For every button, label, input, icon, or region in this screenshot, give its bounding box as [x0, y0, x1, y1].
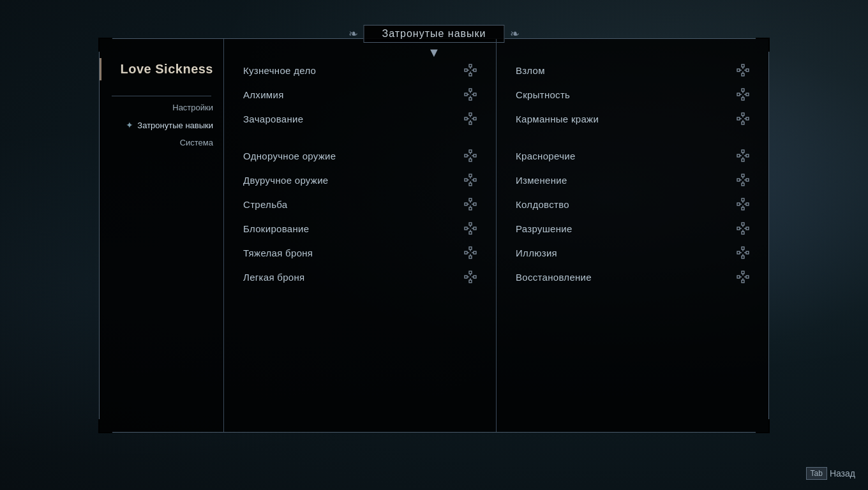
sidebar-settings-label: Настройки	[172, 103, 213, 112]
svg-rect-129	[737, 251, 740, 254]
skill-lockpicking-label: Взлом	[516, 65, 545, 76]
svg-rect-74	[746, 69, 749, 71]
svg-rect-88	[742, 113, 744, 115]
svg-rect-40	[469, 198, 472, 201]
svg-rect-3	[469, 73, 472, 76]
svg-rect-51	[469, 232, 472, 234]
skill-row-one-handed[interactable]: Одноручное оружие	[237, 144, 483, 168]
svg-rect-49	[465, 227, 467, 230]
svg-rect-64	[469, 271, 472, 274]
svg-rect-137	[737, 276, 740, 278]
skill-row-speech[interactable]: Красноречие	[509, 144, 756, 168]
skill-row-alteration[interactable]: Изменение	[509, 168, 756, 192]
skill-alteration-icon	[737, 174, 749, 186]
svg-rect-2	[474, 69, 476, 71]
svg-rect-91	[742, 122, 744, 124]
svg-rect-0	[469, 64, 472, 67]
skill-row-restoration[interactable]: Восстановление	[509, 265, 756, 289]
skill-light-armor-label: Легкая броня	[243, 272, 304, 283]
skill-row-conjuration[interactable]: Колдовство	[509, 192, 756, 216]
back-label[interactable]: Назад	[830, 468, 855, 479]
skill-row-sneak[interactable]: Скрытность	[509, 82, 756, 107]
svg-rect-66	[474, 276, 476, 278]
svg-rect-112	[742, 198, 744, 201]
svg-rect-130	[746, 251, 749, 254]
svg-rect-58	[474, 251, 476, 254]
svg-rect-11	[469, 98, 472, 100]
svg-rect-65	[465, 276, 467, 278]
svg-rect-50	[474, 227, 476, 230]
skill-row-block[interactable]: Блокирование	[237, 216, 483, 241]
skill-row-alchemy[interactable]: Алхимия	[237, 82, 483, 107]
skill-row-illusion[interactable]: Иллюзия	[509, 241, 756, 265]
back-button-area: Tab Назад	[806, 467, 855, 480]
skill-row-two-handed[interactable]: Двуручное оружие	[237, 168, 483, 192]
skill-enchanting-icon	[464, 112, 477, 125]
svg-rect-32	[469, 174, 472, 177]
skill-sneak-label: Скрытность	[516, 89, 570, 100]
gear-icon: ✦	[126, 120, 133, 130]
svg-rect-99	[742, 159, 744, 161]
skill-enchanting-label: Зачарование	[243, 114, 303, 124]
svg-rect-67	[469, 280, 472, 283]
skill-conjuration-label: Колдовство	[516, 199, 569, 210]
skill-archery-icon	[464, 198, 477, 211]
skill-illusion-label: Иллюзия	[516, 248, 557, 258]
svg-rect-97	[737, 154, 740, 157]
svg-rect-42	[474, 203, 476, 205]
svg-rect-43	[469, 207, 472, 210]
skill-pickpocket-icon	[737, 112, 749, 125]
skill-one-handed-icon	[464, 149, 477, 162]
skill-row-lockpicking[interactable]: Взлом	[509, 58, 756, 82]
skill-row-enchanting[interactable]: Зачарование	[237, 107, 483, 131]
sidebar-system-label: Система	[180, 138, 213, 147]
svg-rect-121	[737, 227, 740, 230]
svg-rect-27	[469, 159, 472, 161]
svg-rect-41	[465, 203, 467, 205]
svg-rect-24	[469, 150, 472, 152]
skill-row-destruction[interactable]: Разрушение	[509, 216, 756, 241]
svg-rect-73	[737, 69, 740, 71]
svg-rect-122	[746, 227, 749, 230]
skill-row-smithing[interactable]: Кузнечное дело	[237, 58, 483, 82]
svg-rect-10	[474, 93, 476, 96]
svg-rect-57	[465, 251, 467, 254]
skill-row-archery[interactable]: Стрельба	[237, 192, 483, 216]
svg-rect-128	[742, 247, 744, 249]
content-area: Кузнечное дело Алхимия	[224, 39, 768, 432]
skill-row-light-armor[interactable]: Легкая броня	[237, 265, 483, 289]
skill-heavy-armor-icon	[464, 246, 477, 259]
svg-rect-26	[474, 154, 476, 157]
svg-rect-90	[746, 117, 749, 120]
skill-restoration-icon	[737, 271, 749, 283]
svg-rect-113	[737, 203, 740, 205]
svg-rect-48	[469, 223, 472, 225]
svg-rect-81	[737, 93, 740, 96]
left-column: Кузнечное дело Алхимия	[224, 39, 497, 432]
skill-speech-label: Красноречие	[516, 151, 576, 161]
svg-rect-120	[742, 223, 744, 225]
svg-rect-138	[746, 276, 749, 278]
tab-key[interactable]: Tab	[806, 467, 827, 480]
svg-rect-131	[742, 256, 744, 258]
sidebar-item-system[interactable]: Система	[100, 134, 223, 151]
skill-two-handed-label: Двуручное оружие	[243, 175, 329, 186]
svg-rect-105	[737, 179, 740, 181]
sidebar-item-affected-skills[interactable]: ✦ Затронутые навыки	[100, 116, 223, 134]
skill-smithing-icon	[464, 64, 477, 77]
skill-restoration-label: Восстановление	[516, 272, 592, 283]
svg-rect-123	[742, 232, 744, 234]
skill-speech-icon	[737, 149, 749, 162]
skill-row-pickpocket[interactable]: Карманные кражи	[509, 107, 756, 131]
skill-lockpicking-icon	[737, 64, 749, 77]
svg-rect-115	[742, 207, 744, 210]
skill-alchemy-icon	[464, 88, 477, 101]
skill-row-heavy-armor[interactable]: Тяжелая броня	[237, 241, 483, 265]
sidebar-item-settings[interactable]: Настройки	[100, 99, 223, 116]
right-column: Взлом Скрытность	[497, 39, 768, 432]
skill-two-handed-icon	[464, 174, 477, 186]
svg-rect-25	[465, 154, 467, 157]
skill-light-armor-icon	[464, 271, 477, 283]
svg-rect-19	[469, 122, 472, 124]
svg-rect-80	[742, 89, 744, 91]
